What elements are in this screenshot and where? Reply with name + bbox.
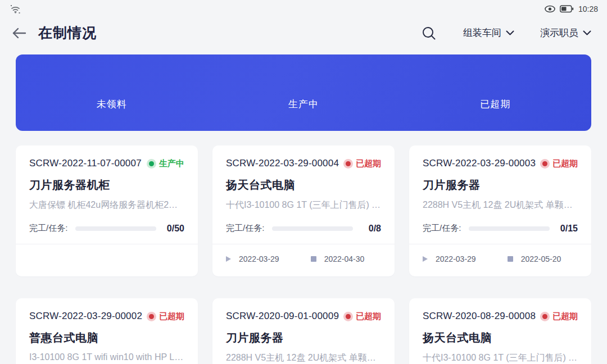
workshop-selector[interactable]: 组装车间 — [463, 26, 514, 39]
due-date: 2022-05-20 — [521, 254, 561, 263]
clock-time: 10:28 — [578, 4, 598, 13]
card-footer: 2022-03-29 2022-04-30 — [212, 244, 395, 274]
status-badge: 已超期 — [346, 158, 381, 169]
product-title: 扬天台式电脑 — [226, 178, 381, 193]
status-dot-icon — [149, 161, 154, 166]
product-title: 普惠台式电脑 — [29, 330, 184, 345]
start-date: 2022-03-29 — [239, 254, 279, 263]
progress-bar — [272, 226, 353, 231]
product-description: 2288H V5主机 12盘 2U机架式 单颗铜牌… — [423, 199, 578, 211]
start-date-group: 2022-03-29 — [226, 254, 279, 263]
card-main: SCRW-2022-03-29-00002 已超期 普惠台式电脑 I3-1010… — [16, 298, 198, 364]
due-date-group: 2022-04-30 — [311, 254, 365, 263]
progress-label: 完工/任务: — [423, 223, 461, 234]
status-label: 已超期 — [159, 311, 184, 322]
status-bar: 10:28 — [0, 0, 607, 16]
chevron-down-icon — [506, 30, 514, 35]
product-description: 十代I3-10100 8G 1T (三年上门售后) T82… — [226, 199, 381, 211]
due-date-group: 2022-05-20 — [508, 254, 561, 263]
progress-value: 0/50 — [165, 224, 184, 234]
card-main: SCRW-2022-03-29-00003 已超期 刀片服务器 2288H V5… — [409, 145, 591, 234]
product-title: 扬天台式电脑 — [423, 330, 578, 345]
progress-label: 完工/任务: — [226, 223, 264, 234]
back-button[interactable] — [11, 25, 30, 42]
product-description: 大唐保镖 机柜42u网络服务器机柜2米60… — [29, 199, 184, 211]
workshop-selector-label: 组装车间 — [463, 26, 501, 39]
product-description: I3-10100 8G 1T wifi win10 with HP LCD… — [29, 352, 184, 362]
status-badge: 生产中 — [149, 158, 184, 169]
status-label: 已超期 — [356, 158, 381, 169]
play-icon — [226, 256, 231, 262]
summary-banner: 未领料 生产中 已超期 — [16, 54, 591, 131]
card-main: SCRW-2020-08-29-00008 已超期 扬天台式电脑 十代I3-10… — [409, 298, 591, 364]
banner-tab-overdue[interactable]: 已超期 — [400, 98, 591, 111]
status-badge: 已超期 — [149, 311, 184, 322]
progress-row: 完工/任务: 0/15 — [423, 223, 578, 234]
status-badge: 已超期 — [542, 158, 578, 169]
banner-tab-unpicked[interactable]: 未领料 — [16, 98, 207, 111]
card-main: SCRW-2022-03-29-00004 已超期 扬天台式电脑 十代I3-10… — [212, 145, 395, 234]
card-main: SCRW-2022-11-07-00007 生产中 刀片服务器机柜 大唐保镖 机… — [16, 145, 198, 234]
order-number: SCRW-2022-11-07-00007 — [29, 158, 142, 169]
status-badge: 已超期 — [542, 311, 578, 322]
user-selector-label: 演示职员 — [540, 26, 578, 39]
order-number: SCRW-2020-08-29-00008 — [423, 311, 536, 322]
user-selector[interactable]: 演示职员 — [540, 26, 591, 39]
status-badge: 已超期 — [346, 311, 381, 322]
play-icon — [423, 256, 428, 262]
status-dot-icon — [149, 314, 154, 319]
work-order-card[interactable]: SCRW-2020-08-29-00008 已超期 扬天台式电脑 十代I3-10… — [409, 298, 591, 364]
page-header: 在制情况 组装车间 演示职员 — [0, 16, 607, 51]
status-dot-icon — [542, 161, 547, 166]
progress-row: 完工/任务: 0/8 — [226, 223, 381, 234]
stop-square-icon — [311, 256, 316, 262]
order-number: SCRW-2022-03-29-00004 — [226, 158, 339, 169]
due-date: 2022-04-30 — [324, 254, 365, 263]
card-footer: 2022-03-29 2022-05-20 — [409, 244, 591, 274]
order-number: SCRW-2022-03-29-00002 — [29, 311, 142, 322]
eye-icon — [545, 5, 555, 13]
progress-label: 完工/任务: — [29, 223, 67, 234]
start-date-group: 2022-03-29 — [423, 254, 476, 263]
product-title: 刀片服务器 — [423, 178, 578, 193]
product-title: 刀片服务器 — [226, 330, 381, 345]
card-main: SCRW-2020-09-01-00009 已超期 刀片服务器 2288H V5… — [212, 298, 395, 364]
cards-grid: SCRW-2022-11-07-00007 生产中 刀片服务器机柜 大唐保镖 机… — [16, 145, 591, 364]
status-dot-icon — [346, 161, 351, 166]
order-number: SCRW-2020-09-01-00009 — [226, 311, 339, 322]
progress-bar — [469, 226, 550, 231]
product-description: 十代I3-10100 8G 1T (三年上门售后) T82… — [423, 352, 578, 364]
status-dot-icon — [346, 314, 351, 319]
work-order-card[interactable]: SCRW-2022-03-29-00004 已超期 扬天台式电脑 十代I3-10… — [212, 145, 395, 276]
product-title: 刀片服务器机柜 — [29, 178, 184, 193]
page-title: 在制情况 — [38, 24, 97, 42]
status-dot-icon — [542, 314, 547, 319]
search-icon[interactable] — [420, 25, 437, 42]
card-footer — [16, 244, 198, 274]
work-order-card[interactable]: SCRW-2020-09-01-00009 已超期 刀片服务器 2288H V5… — [212, 298, 395, 364]
stop-square-icon — [508, 256, 513, 262]
product-description: 2288H V5主机 12盘 2U机架式 单颗铜牌… — [226, 352, 381, 364]
progress-value: 0/15 — [559, 224, 578, 234]
banner-tab-in-production[interactable]: 生产中 — [207, 98, 399, 111]
status-label: 已超期 — [356, 311, 381, 322]
progress-row: 完工/任务: 0/50 — [29, 223, 184, 234]
work-order-card[interactable]: SCRW-2022-03-29-00003 已超期 刀片服务器 2288H V5… — [409, 145, 591, 276]
progress-value: 0/8 — [362, 224, 381, 234]
work-order-card[interactable]: SCRW-2022-03-29-00002 已超期 普惠台式电脑 I3-1010… — [16, 298, 198, 364]
battery-icon — [560, 5, 574, 13]
status-label: 已超期 — [552, 158, 578, 169]
start-date: 2022-03-29 — [436, 254, 476, 263]
progress-bar — [75, 226, 156, 231]
status-label: 已超期 — [552, 311, 578, 322]
chevron-down-icon — [583, 30, 591, 35]
order-number: SCRW-2022-03-29-00003 — [423, 158, 536, 169]
wifi-icon — [10, 4, 21, 14]
work-order-card[interactable]: SCRW-2022-11-07-00007 生产中 刀片服务器机柜 大唐保镖 机… — [16, 145, 198, 276]
status-label: 生产中 — [159, 158, 184, 169]
